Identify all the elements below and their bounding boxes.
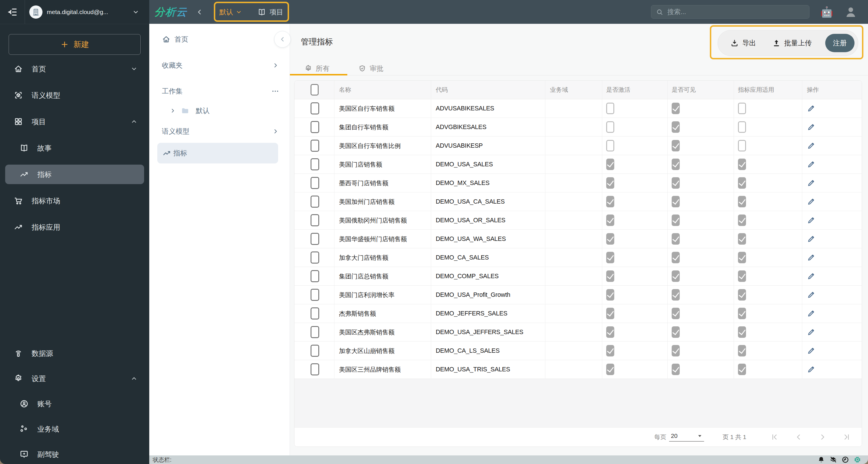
account-switcher[interactable]: meta.digital.cloud@g... (25, 0, 149, 24)
app-applicable-checkbox[interactable] (738, 326, 746, 338)
app-applicable-checkbox[interactable] (738, 252, 746, 263)
active-checkbox[interactable] (606, 289, 614, 301)
row-select-checkbox[interactable] (311, 214, 319, 226)
edit-icon[interactable] (807, 179, 815, 187)
chevron-right-icon[interactable] (169, 107, 176, 114)
sidebar-item-project[interactable]: 项目 (0, 112, 149, 131)
select-all-checkbox[interactable] (311, 84, 319, 96)
row-select-checkbox[interactable] (311, 158, 319, 170)
sidebar-item-datasource[interactable]: 数据源 (0, 343, 149, 363)
assistant-robot-icon[interactable]: 🤖 (820, 6, 833, 18)
back-chevron-icon[interactable] (195, 8, 204, 16)
row-select-checkbox[interactable] (311, 326, 319, 338)
edit-icon[interactable] (807, 272, 815, 280)
collapse-menu-icon[interactable] (0, 0, 25, 24)
edit-icon[interactable] (807, 235, 815, 243)
row-select-checkbox[interactable] (311, 177, 319, 189)
panel-collapse-button[interactable] (274, 31, 291, 47)
row-select-checkbox[interactable] (311, 270, 319, 282)
edit-icon[interactable] (807, 253, 815, 262)
row-select-checkbox[interactable] (311, 252, 319, 264)
row-select-checkbox[interactable] (311, 196, 319, 208)
active-checkbox[interactable] (606, 177, 614, 189)
user-avatar-icon[interactable] (844, 5, 858, 19)
visible-checkbox[interactable] (672, 196, 680, 207)
new-button[interactable]: 新建 (9, 34, 141, 55)
column-header-active[interactable]: 是否激活 (602, 80, 668, 99)
column-header-visible[interactable]: 是否可见 (668, 80, 734, 99)
app-applicable-checkbox[interactable] (738, 177, 746, 189)
row-select-checkbox[interactable] (311, 345, 319, 357)
visible-checkbox[interactable] (672, 103, 680, 114)
column-header-domain[interactable]: 业务域 (545, 80, 602, 99)
chip-icon[interactable] (854, 456, 861, 463)
ellipsis-icon[interactable] (271, 87, 279, 95)
active-checkbox[interactable] (606, 326, 614, 338)
active-checkbox[interactable] (606, 364, 614, 375)
row-select-checkbox[interactable] (311, 121, 319, 133)
share-circle-icon[interactable] (842, 456, 849, 463)
previous-page-icon[interactable] (795, 433, 803, 441)
sidebar-item-home[interactable]: 首页 (0, 59, 149, 78)
column-header-name[interactable]: 名称 (334, 80, 431, 99)
app-applicable-checkbox[interactable] (738, 233, 746, 244)
active-checkbox[interactable] (606, 214, 614, 226)
export-button[interactable]: 导出 (730, 38, 756, 47)
row-select-checkbox[interactable] (311, 289, 319, 301)
sidebar-item-copilot[interactable]: 副驾驶 (0, 444, 149, 464)
active-checkbox[interactable] (606, 345, 614, 357)
edit-icon[interactable] (807, 197, 815, 206)
project-button[interactable]: 项目 (257, 7, 283, 16)
active-checkbox[interactable] (606, 196, 614, 207)
visible-checkbox[interactable] (672, 252, 680, 263)
visible-checkbox[interactable] (672, 345, 680, 357)
sidebar-item-metric-market[interactable]: 指标市场 (0, 191, 149, 210)
active-checkbox[interactable] (606, 159, 614, 170)
edit-icon[interactable] (807, 346, 815, 355)
edit-icon[interactable] (807, 216, 815, 225)
column-header-app-applicable[interactable]: 指标应用适用 (734, 80, 802, 99)
column-header-code[interactable]: 代码 (431, 80, 545, 99)
visible-checkbox[interactable] (672, 159, 680, 170)
edit-icon[interactable] (807, 160, 815, 169)
active-checkbox[interactable] (606, 270, 614, 282)
visible-checkbox[interactable] (672, 289, 680, 301)
row-select-checkbox[interactable] (311, 102, 319, 114)
workspace-dropdown[interactable]: 默认 (219, 7, 242, 16)
app-applicable-checkbox[interactable] (738, 103, 746, 114)
row-select-checkbox[interactable] (311, 363, 319, 375)
panel-item-semantic-model[interactable]: 语义模型 (162, 122, 279, 140)
visible-checkbox[interactable] (672, 308, 680, 319)
bulk-upload-button[interactable]: 批量上传 (772, 38, 812, 47)
sidebar-item-semantic-model[interactable]: 语义模型 (0, 86, 149, 105)
app-applicable-checkbox[interactable] (738, 121, 746, 133)
panel-item-favorites[interactable]: 收藏夹 (162, 56, 279, 74)
edit-icon[interactable] (807, 328, 815, 336)
app-applicable-checkbox[interactable] (738, 308, 746, 319)
visible-checkbox[interactable] (672, 214, 680, 226)
app-applicable-checkbox[interactable] (738, 140, 746, 152)
visible-checkbox[interactable] (672, 140, 680, 152)
visible-checkbox[interactable] (672, 233, 680, 244)
row-select-checkbox[interactable] (311, 140, 319, 152)
tab-approval[interactable]: 审批 (358, 64, 383, 73)
column-header-operations[interactable]: 操作 (802, 80, 862, 99)
app-applicable-checkbox[interactable] (738, 196, 746, 207)
edit-icon[interactable] (807, 309, 815, 318)
active-checkbox[interactable] (606, 121, 614, 133)
app-applicable-checkbox[interactable] (738, 270, 746, 282)
row-select-checkbox[interactable] (311, 307, 319, 320)
active-checkbox[interactable] (606, 233, 614, 244)
layers-off-icon[interactable] (830, 456, 837, 463)
panel-item-default-folder[interactable]: 默认 (162, 101, 279, 120)
visible-checkbox[interactable] (672, 326, 680, 338)
sidebar-item-metric-app[interactable]: 指标应用 (0, 218, 149, 237)
next-page-icon[interactable] (818, 433, 827, 441)
edit-icon[interactable] (807, 123, 815, 131)
first-page-icon[interactable] (770, 433, 778, 441)
edit-icon[interactable] (807, 141, 815, 150)
visible-checkbox[interactable] (672, 121, 680, 133)
panel-item-workset[interactable]: 工作集 (162, 82, 279, 100)
sidebar-item-settings[interactable]: 设置 (0, 369, 149, 388)
edit-icon[interactable] (807, 365, 815, 374)
